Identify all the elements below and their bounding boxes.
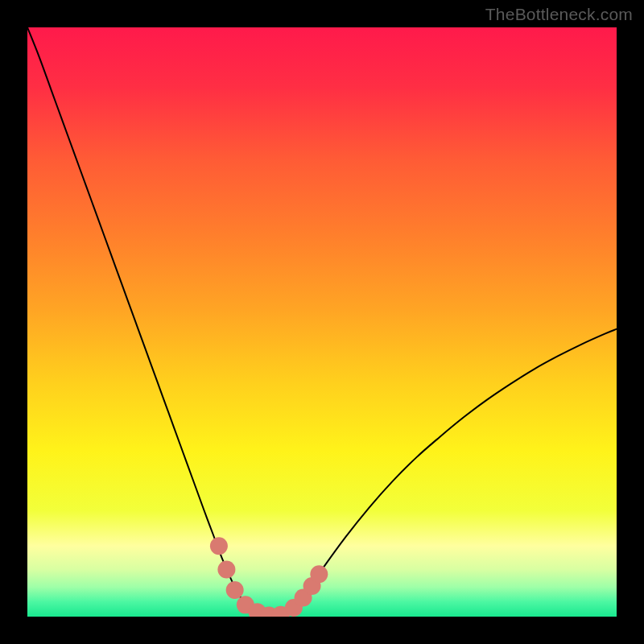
marker-dot (226, 581, 244, 599)
marker-dot (310, 565, 328, 583)
chart-outer-frame: TheBottleneck.com (0, 0, 644, 644)
chart-svg (27, 27, 617, 617)
chart-plot-area (27, 27, 617, 617)
watermark-text: TheBottleneck.com (485, 5, 633, 24)
marker-dot (217, 560, 235, 578)
chart-background (27, 27, 617, 617)
marker-dot (210, 537, 228, 555)
